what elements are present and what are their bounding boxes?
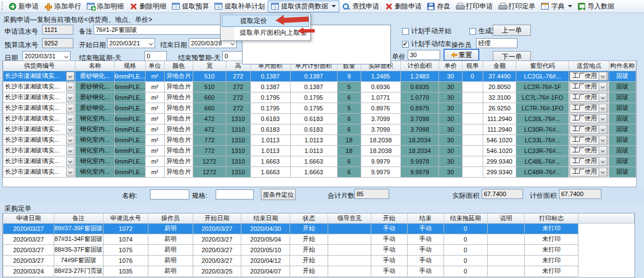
column-header[interactable]: 结束拖延期 <box>444 214 487 223</box>
column-header[interactable]: 宽 <box>193 61 226 71</box>
column-header[interactable]: 计价面积 <box>400 61 439 71</box>
toolbar-button-save[interactable]: 存盘 <box>424 1 453 12</box>
supplier-combobox[interactable]: 长沙市潇湘玻璃实... <box>3 135 76 145</box>
plan-manual-start-checkbox[interactable]: 计划手动开始 <box>402 26 451 36</box>
combo-dropdown-button[interactable] <box>66 104 74 113</box>
supplier-combobox[interactable]: 长沙市潇湘玻璃实... <box>3 71 76 81</box>
column-header[interactable]: 打印标志 <box>525 214 578 223</box>
table-row[interactable]: 2020/03/2788#35-37F窗固玻1075易明2020/03/2720… <box>3 244 634 255</box>
date-select[interactable]: 2020/03/31 <box>22 51 71 61</box>
filter-spec-input[interactable] <box>216 189 254 200</box>
combo-dropdown-button[interactable] <box>599 82 607 91</box>
supplier-combobox[interactable]: 长沙市潇湘玻璃实... <box>3 81 76 92</box>
combo-dropdown-button[interactable] <box>599 136 607 145</box>
filter-name-input[interactable] <box>150 189 189 200</box>
toolbar-button-add-detail[interactable]: 添加明细 <box>84 1 127 12</box>
column-header[interactable]: 结束 <box>407 214 444 223</box>
toolbar-button-print-request[interactable]: 打印申请 <box>453 1 496 12</box>
toolbar-button-add-row[interactable]: 添加单行 <box>41 1 84 12</box>
toolbar-button-import-data[interactable]: 导入数据 <box>575 1 617 12</box>
column-header[interactable]: 开始日期 <box>193 214 241 223</box>
column-header[interactable]: 窗型代码 <box>516 61 569 71</box>
column-header[interactable]: 供货商编号 <box>3 61 76 71</box>
reset-button[interactable]: 重置 <box>444 49 479 61</box>
remark-input[interactable] <box>94 25 241 35</box>
table-row[interactable]: 长沙市潇湘玻璃实...钢化室内...6mmPLE...m²异地合片1272131… <box>3 156 636 166</box>
table-row[interactable]: 长沙市潇湘玻璃实...钢化室内...6mmPLE...m²异地合片4721310… <box>3 113 636 124</box>
table-row[interactable]: 2020/03/2774#9F窗固玻1076易明2020/03/272020/0… <box>3 255 634 266</box>
column-header[interactable]: 送货地点 <box>569 61 609 71</box>
supplier-combobox[interactable]: 长沙市潇湘玻璃实... <box>3 113 76 124</box>
combo-dropdown-button[interactable] <box>599 93 607 102</box>
toolbar-button-delete-detail[interactable]: 删除明细 <box>127 1 169 12</box>
delivery-combobox[interactable]: 工厂使用 <box>569 113 609 124</box>
unit-price-input[interactable] <box>408 50 440 60</box>
combo-dropdown-button[interactable] <box>599 157 607 166</box>
menu-item-extract-piece-area-roundup[interactable]: 提取单片面积向上取整 <box>222 27 309 39</box>
column-header[interactable]: 颜色 <box>164 61 193 71</box>
column-header[interactable]: 单位 <box>146 61 164 71</box>
combo-dropdown-button[interactable] <box>66 93 74 102</box>
delivery-combobox[interactable]: 工厂使用 <box>569 92 609 103</box>
combo-dropdown-button[interactable] <box>599 114 607 123</box>
column-header[interactable]: 说明 <box>487 214 525 223</box>
table-row[interactable]: 长沙市潇湘玻璃实...磨砂钢化...6mmPLE...m²异地合片6602720… <box>3 92 636 103</box>
table-row[interactable]: 长沙市潇湘玻璃实...钢化室内...6mmPLE...m²异地合片1272131… <box>3 166 636 177</box>
table-row[interactable]: 2020/03/2488#23-27F门页玻1035易明2020/03/2520… <box>3 266 634 276</box>
delivery-combobox[interactable]: 工厂使用 <box>569 71 609 81</box>
combo-dropdown-button[interactable] <box>599 125 607 134</box>
column-header[interactable]: 领导意见 <box>328 214 371 223</box>
delivery-combobox[interactable]: 工厂使用 <box>569 103 609 113</box>
combo-dropdown-button[interactable] <box>66 136 74 145</box>
previous-order-button[interactable]: 上一单 <box>493 25 531 36</box>
supplier-combobox[interactable]: 长沙市潇湘玻璃实... <box>3 156 76 166</box>
table-row[interactable]: 2020/03/2789#37-39F窗固玻1072易明2020/03/2720… <box>3 223 634 234</box>
combo-dropdown-button[interactable] <box>599 104 607 113</box>
combo-dropdown-button[interactable] <box>66 72 74 81</box>
table-row[interactable]: 长沙市潇湘玻璃实...钢化室内...6mmPLE...m²异地合片7721310… <box>3 135 636 145</box>
delivery-combobox[interactable]: 工厂使用 <box>569 145 609 156</box>
toolbar-button-extract-budget[interactable]: 提取预算 <box>169 1 212 12</box>
toolbar-button-search[interactable]: 查找申请 <box>339 1 382 12</box>
supplier-combobox[interactable]: 长沙市潇湘玻璃实... <box>3 145 76 156</box>
table-row[interactable]: 长沙市潇湘玻璃实...磨砂钢化...6mmPLE...m²异地合片5102720… <box>3 71 636 81</box>
delivery-combobox[interactable]: 工厂使用 <box>569 81 609 92</box>
locate-by-condition-button[interactable]: 按条件定位 <box>261 189 296 200</box>
column-header[interactable]: 开始 <box>371 214 408 223</box>
plan-manual-end-checkbox[interactable]: 计划手动结束 <box>402 39 451 49</box>
column-header[interactable]: 规格 <box>114 61 145 71</box>
budget-serial-input[interactable] <box>42 38 73 48</box>
toolbar-button-extract-supplier-data[interactable]: 提取供货商数据 <box>268 1 339 12</box>
end-delay-input[interactable] <box>144 51 167 61</box>
toolbar-button-print-order[interactable]: 打印定单 <box>496 1 538 12</box>
combo-dropdown-button[interactable] <box>66 82 74 91</box>
column-header[interactable]: 金额 <box>483 61 516 71</box>
column-header[interactable]: 税率 <box>462 61 483 71</box>
end-warn-input[interactable] <box>222 51 245 61</box>
combo-dropdown-button[interactable] <box>66 114 74 123</box>
toolbar-button-dictionary[interactable]: 字典 <box>538 1 575 12</box>
column-header[interactable]: 构件名称 <box>609 61 636 71</box>
delivery-combobox[interactable]: 工厂使用 <box>569 135 609 145</box>
operator-input[interactable] <box>476 38 517 48</box>
delivery-combobox[interactable]: 工厂使用 <box>569 166 609 177</box>
start-date-select[interactable]: 2020/03/21 <box>107 38 155 48</box>
serial-input[interactable] <box>42 25 73 35</box>
delivery-combobox[interactable]: 工厂使用 <box>569 124 609 135</box>
toolbar-button-new-request[interactable]: 新申请 <box>6 1 41 12</box>
combo-dropdown-button[interactable] <box>599 146 607 155</box>
column-header[interactable]: 单价 <box>439 61 462 71</box>
table-row[interactable]: 长沙市潇湘玻璃实...钢化室内...6mmPLE...m²异地合片7721310… <box>3 145 636 156</box>
supplier-combobox[interactable]: 长沙市潇湘玻璃实... <box>3 92 76 103</box>
column-header[interactable]: 名称 <box>76 61 114 71</box>
supplier-combobox[interactable]: 长沙市潇湘玻璃实... <box>3 166 76 177</box>
column-header[interactable]: 备注 <box>54 214 103 223</box>
toolbar-button-extract-plan[interactable]: 提取补单计划 <box>212 1 268 12</box>
combo-dropdown-button[interactable] <box>66 125 74 134</box>
table-row[interactable]: 长沙市潇湘玻璃实...磨砂钢化...6mmPLE...m²异地合片6602720… <box>3 103 636 113</box>
delivery-combobox[interactable]: 工厂使用 <box>569 156 609 166</box>
table-row[interactable]: 2020/03/2787#31-34F窗固玻1074易明2020/03/2720… <box>3 234 634 244</box>
table-row[interactable]: 长沙市潇湘玻璃实...磨砂钢化...6mmPLE...m²异地合片5102720… <box>3 81 636 92</box>
supplier-combobox[interactable]: 长沙市潇湘玻璃实... <box>3 103 76 113</box>
combo-dropdown-button[interactable] <box>599 72 607 81</box>
